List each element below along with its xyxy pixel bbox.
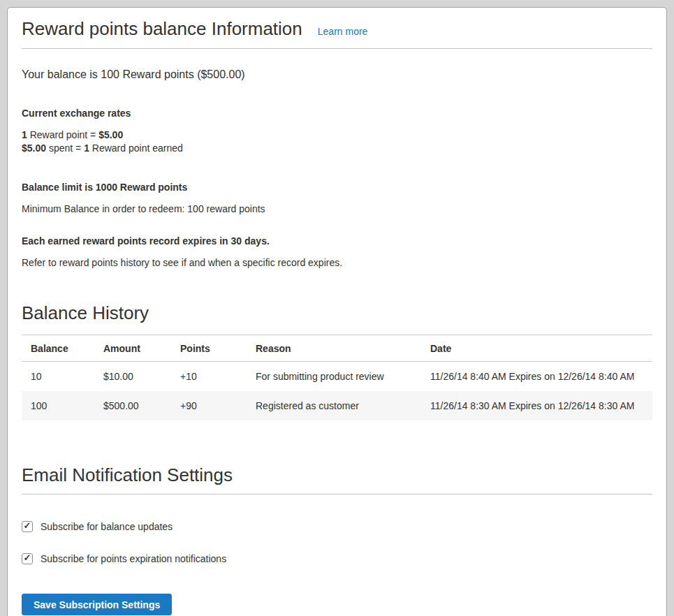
rate-line-2: $5.00 spent = 1 Reward point earned xyxy=(22,142,183,154)
column-header-amount: Amount xyxy=(96,335,173,361)
column-header-date: Date xyxy=(423,335,652,361)
email-settings-divider xyxy=(22,494,652,494)
balance-history-title: Balance History xyxy=(22,303,652,324)
table-cell-points: +10 xyxy=(173,361,249,391)
points-expiration-label: Subscribe for points expiration notifica… xyxy=(41,553,226,564)
balance-summary: Your balance is 100 Reward points ($500.… xyxy=(22,68,652,81)
table-cell-amount: $500.00 xyxy=(96,391,173,420)
column-header-balance: Balance xyxy=(22,335,96,361)
table-cell-balance: 100 xyxy=(22,391,96,420)
balance-limit-text: Balance limit is 1000 Reward points xyxy=(22,182,652,193)
table-cell-reason: For submitting product review xyxy=(249,361,423,391)
table-cell-reason: Registered as customer xyxy=(249,391,423,420)
table-row: 10 $10.00 +10 For submitting product rev… xyxy=(22,361,652,391)
column-header-points: Points xyxy=(173,335,249,361)
balance-history-table: Balance Amount Points Reason Date 10 $10… xyxy=(22,335,652,420)
exchange-rates-text: 1 Reward point = $5.00 $5.00 spent = 1 R… xyxy=(22,129,652,155)
table-header-row: Balance Amount Points Reason Date xyxy=(22,335,652,361)
header-divider xyxy=(22,48,652,49)
table-cell-date: 11/26/14 8:30 AM Expires on 12/26/14 8:3… xyxy=(423,391,652,420)
column-header-reason: Reason xyxy=(249,335,423,361)
table-cell-date: 11/26/14 8:40 AM Expires on 12/26/14 8:4… xyxy=(423,361,652,391)
table-cell-balance: 10 xyxy=(22,361,96,391)
save-subscription-button[interactable]: Save Subscription Settings xyxy=(22,594,172,615)
page-title: Reward points balance Information xyxy=(22,19,302,40)
table-row: 100 $500.00 +90 Registered as customer 1… xyxy=(22,391,652,420)
exchange-rates-heading: Current exchange rates xyxy=(22,108,652,119)
learn-more-link[interactable]: Learn more xyxy=(318,26,368,37)
minimum-balance-text: Minimum Balance in order to redeem: 100 … xyxy=(22,203,652,214)
email-settings-title: Email Notification Settings xyxy=(22,465,652,486)
table-cell-points: +90 xyxy=(173,391,249,420)
balance-updates-checkbox[interactable] xyxy=(22,521,33,532)
rate-line-1: 1 Reward point = $5.00 xyxy=(22,129,123,140)
reward-points-panel: Reward points balance Information Learn … xyxy=(7,7,667,616)
balance-updates-label: Subscribe for balance updates xyxy=(41,521,173,532)
table-cell-amount: $10.00 xyxy=(96,361,173,391)
points-expiration-option: Subscribe for points expiration notifica… xyxy=(22,553,652,564)
expiration-note: Refer to reward points history to see if… xyxy=(22,257,652,268)
balance-updates-option: Subscribe for balance updates xyxy=(22,521,652,532)
page-header: Reward points balance Information Learn … xyxy=(22,17,652,40)
points-expiration-checkbox[interactable] xyxy=(22,553,33,564)
expiration-text: Each earned reward points record expires… xyxy=(22,235,652,247)
